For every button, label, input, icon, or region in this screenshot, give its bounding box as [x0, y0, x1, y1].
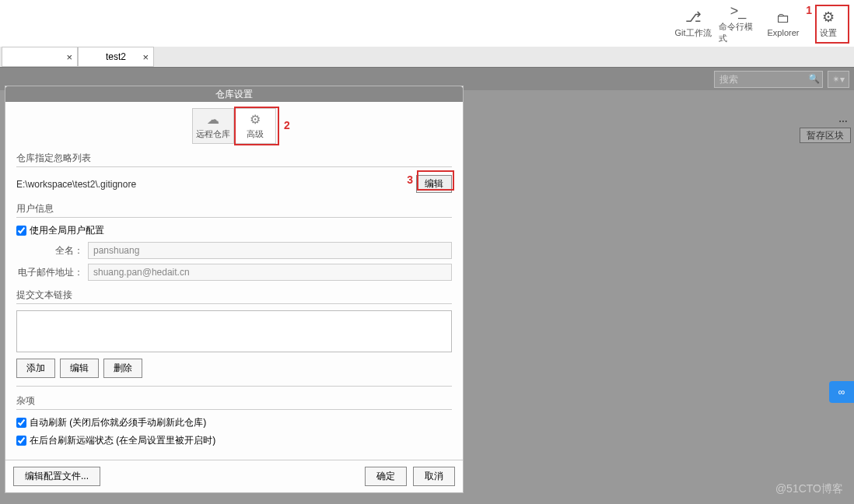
use-global-row: 使用全局用户配置 — [16, 224, 452, 237]
close-icon[interactable]: × — [66, 51, 72, 63]
text-links-list[interactable] — [16, 310, 452, 352]
tab-test2[interactable]: test2 × — [78, 47, 154, 67]
section-title: 用户信息 — [16, 202, 452, 218]
section-title: 提交文本链接 — [16, 289, 452, 304]
explorer-button[interactable]: 🗀 Explorer — [764, 6, 803, 40]
ok-button[interactable]: 确定 — [365, 467, 407, 486]
tab-label: test2 — [106, 51, 126, 62]
divider — [16, 386, 452, 387]
auto-refresh-row: 自动刷新 (关闭后你就必须手动刷新此仓库) — [16, 416, 452, 429]
search-input[interactable] — [714, 71, 823, 88]
main-toolbar: ⎇ Git工作流 >_ 命令行模式 🗀 Explorer ⚙ 设置 1 — [0, 0, 854, 47]
fullname-row: 全名： — [16, 242, 452, 259]
branch-icon: ⎇ — [685, 9, 702, 26]
dialog-tabs: ☁ 远程仓库 ⚙ 高级 2 — [5, 102, 463, 144]
bg-refresh-label: 在后台刷新远端状态 (在全局设置里被开启时) — [30, 434, 215, 447]
text-links-buttons: 添加 编辑 删除 — [16, 359, 452, 378]
close-icon[interactable]: × — [142, 51, 149, 63]
toolbar-label: Git工作流 — [674, 27, 711, 39]
email-input[interactable] — [88, 264, 452, 281]
delete-link-button[interactable]: 删除 — [103, 359, 142, 378]
more-row: … — [838, 114, 849, 124]
fullname-input[interactable] — [88, 242, 452, 259]
annotation-3: 3 — [407, 173, 413, 186]
edit-gitignore-button[interactable]: 编辑 — [416, 175, 452, 193]
view-settings-button[interactable]: ✴▾ — [828, 71, 849, 88]
tab-blank[interactable]: × — [2, 47, 78, 67]
cloud-icon: ☁ — [207, 112, 219, 127]
more-icon[interactable]: … — [838, 114, 849, 124]
cancel-button[interactable]: 取消 — [413, 467, 455, 486]
section-title: 仓库指定忽略列表 — [16, 152, 452, 167]
dlg-tab-label: 远程仓库 — [196, 128, 230, 140]
misc-section: 杂项 自动刷新 (关闭后你就必须手动刷新此仓库) 在后台刷新远端状态 (在全局设… — [16, 394, 452, 447]
dlg-tab-label: 高级 — [247, 128, 264, 140]
link-icon: ∞ — [838, 387, 845, 397]
use-global-checkbox[interactable] — [16, 226, 26, 236]
stash-label: 暂存区块 — [807, 129, 844, 142]
bg-refresh-checkbox[interactable] — [16, 436, 26, 446]
toolbar-label: 命令行模式 — [719, 21, 758, 44]
email-label: 电子邮件地址： — [16, 266, 88, 279]
annotation-1: 1 — [806, 4, 812, 16]
dialog-footer: 编辑配置文件... 确定 取消 — [5, 460, 463, 492]
tab-advanced[interactable]: ⚙ 高级 — [234, 108, 276, 144]
gitignore-path: E:\workspace\test2\.gitignore — [16, 179, 136, 190]
terminal-icon: >_ — [730, 3, 747, 19]
dialog-body: 仓库指定忽略列表 E:\workspace\test2\.gitignore 3… — [5, 144, 463, 460]
fullname-label: 全名： — [16, 244, 88, 257]
folder-icon: 🗀 — [776, 10, 790, 26]
dialog-title: 仓库设置 — [5, 86, 463, 102]
user-info-section: 用户信息 使用全局用户配置 全名： 电子邮件地址： — [16, 202, 452, 281]
annotation-2: 2 — [284, 119, 290, 131]
use-global-label: 使用全局用户配置 — [30, 224, 104, 237]
gear-icon: ✴ — [832, 74, 840, 85]
edit-config-file-button[interactable]: 编辑配置文件... — [13, 467, 100, 486]
terminal-mode-button[interactable]: >_ 命令行模式 — [719, 6, 758, 40]
toolbar-label: Explorer — [768, 28, 800, 37]
ignore-list-section: 仓库指定忽略列表 E:\workspace\test2\.gitignore 3… — [16, 152, 452, 194]
repo-tabs-bar: × test2 × — [0, 47, 854, 67]
gear-icon: ⚙ — [250, 112, 261, 127]
auto-refresh-label: 自动刷新 (关闭后你就必须手动刷新此仓库) — [30, 416, 206, 429]
settings-button[interactable]: ⚙ 设置 — [809, 6, 848, 40]
commit-text-links-section: 提交文本链接 添加 编辑 删除 — [16, 289, 452, 378]
toolbar-label: 设置 — [820, 27, 837, 39]
auto-refresh-checkbox[interactable] — [16, 418, 26, 428]
edit-link-button[interactable]: 编辑 — [60, 359, 99, 378]
bg-refresh-row: 在后台刷新远端状态 (在全局设置里被开启时) — [16, 434, 452, 447]
repo-settings-dialog: 仓库设置 ☁ 远程仓库 ⚙ 高级 2 仓库指定忽略列表 E:\workspace… — [5, 86, 464, 493]
email-row: 电子邮件地址： — [16, 264, 452, 281]
watermark-text: @51CTO博客 — [775, 482, 843, 496]
stash-hunk-button[interactable]: 暂存区块 — [800, 128, 851, 143]
add-link-button[interactable]: 添加 — [16, 359, 55, 378]
tab-remote-repo[interactable]: ☁ 远程仓库 — [192, 108, 234, 144]
section-title: 杂项 — [16, 394, 452, 410]
search-icon: 🔍 — [808, 73, 820, 84]
side-badge[interactable]: ∞ — [829, 381, 854, 403]
git-workflow-button[interactable]: ⎇ Git工作流 — [674, 6, 712, 40]
gear-icon: ⚙ — [822, 9, 835, 26]
ignore-path-row: E:\workspace\test2\.gitignore 3 编辑 — [16, 173, 452, 194]
search-wrap: 🔍 — [714, 71, 823, 88]
